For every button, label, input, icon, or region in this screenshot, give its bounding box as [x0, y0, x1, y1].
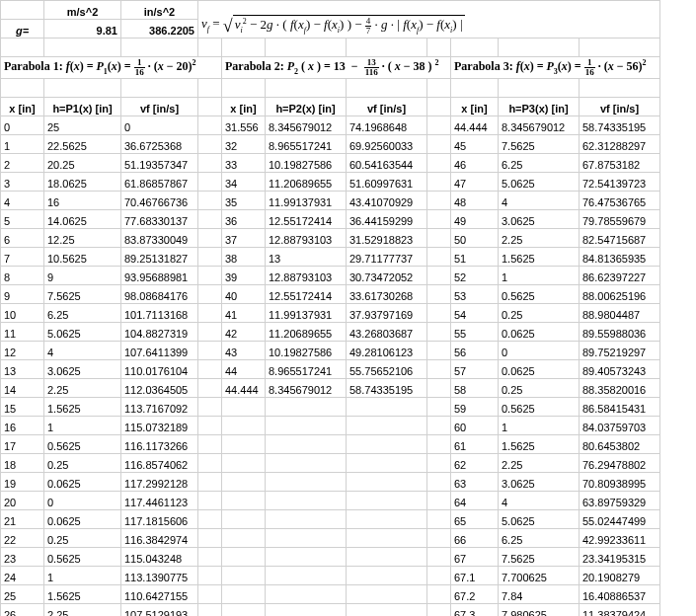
t1-h: 1 — [44, 417, 121, 435]
t2-x: 34 — [222, 173, 266, 192]
t1-h: 6.25 — [44, 304, 121, 323]
t1-vf: 36.6725368 — [121, 135, 198, 154]
t1-h: 22.5625 — [44, 135, 121, 154]
t3-x: 67.1 — [451, 567, 499, 585]
t2-h — [266, 454, 347, 473]
t3-x: 63 — [451, 473, 499, 492]
t2-x — [222, 473, 266, 492]
t3-vf: 80.6453802 — [580, 435, 660, 454]
t3-x: 67.2 — [451, 585, 499, 604]
t2-h — [266, 604, 347, 617]
t3-h: 8.345679012 — [499, 116, 580, 135]
t2-h: 8.345679012 — [266, 379, 347, 398]
t2-vf — [347, 492, 427, 510]
t1-h: 1 — [44, 567, 121, 585]
t3-vf: 84.81365935 — [580, 248, 660, 267]
t3-vf: 89.75219297 — [580, 342, 660, 360]
t3-vf: 70.80938995 — [580, 473, 660, 492]
t3-x: 45 — [451, 135, 499, 154]
t3-vf: 84.03759703 — [580, 417, 660, 435]
t2-h: 10.19827586 — [266, 342, 347, 360]
t1-h: 1.5625 — [44, 585, 121, 604]
col-h3: h=P3(x) [in] — [499, 98, 580, 116]
t1-h: 25 — [44, 116, 121, 135]
t3-x: 62 — [451, 454, 499, 473]
t2-vf — [347, 548, 427, 567]
t3-x: 67.3 — [451, 604, 499, 617]
t2-h — [266, 548, 347, 567]
t2-x: 41 — [222, 304, 266, 323]
t2-x — [222, 510, 266, 529]
t3-x: 52 — [451, 267, 499, 285]
t1-vf: 107.5129193 — [121, 604, 198, 617]
t3-x: 44.444 — [451, 116, 499, 135]
t3-h: 0.0625 — [499, 323, 580, 342]
t2-vf — [347, 585, 427, 604]
t3-x: 64 — [451, 492, 499, 510]
t3-vf: 42.99233611 — [580, 529, 660, 548]
t3-vf: 55.02447499 — [580, 510, 660, 529]
t2-vf: 33.61730268 — [347, 285, 427, 304]
t2-x — [222, 417, 266, 435]
t3-h: 7.700625 — [499, 567, 580, 585]
t2-h — [266, 529, 347, 548]
t2-x: 38 — [222, 248, 266, 267]
t2-h: 10.19827586 — [266, 154, 347, 173]
t2-vf — [347, 604, 427, 617]
t3-x: 46 — [451, 154, 499, 173]
t3-vf: 89.40573243 — [580, 360, 660, 379]
t1-vf: 115.043248 — [121, 548, 198, 567]
t1-h: 2.25 — [44, 604, 121, 617]
t3-h: 6.25 — [499, 154, 580, 173]
t3-h: 5.0625 — [499, 510, 580, 529]
t1-vf: 93.95688981 — [121, 267, 198, 285]
t3-h: 3.0625 — [499, 210, 580, 229]
t1-vf: 83.87330049 — [121, 229, 198, 248]
t1-vf: 61.86857867 — [121, 173, 198, 192]
t2-vf — [347, 567, 427, 585]
col-x3: x [in] — [451, 98, 499, 116]
t2-vf: 43.41070929 — [347, 192, 427, 210]
t3-h: 0.5625 — [499, 398, 580, 417]
t2-h: 13 — [266, 248, 347, 267]
t1-x: 5 — [1, 210, 44, 229]
t2-h: 8.965517241 — [266, 135, 347, 154]
t1-vf: 101.7113168 — [121, 304, 198, 323]
col-vf1: vf [in/s] — [121, 98, 198, 116]
t1-vf: 104.8827319 — [121, 323, 198, 342]
t1-vf: 51.19357347 — [121, 154, 198, 173]
t2-h — [266, 473, 347, 492]
t3-h: 1 — [499, 267, 580, 285]
t1-h: 0.25 — [44, 529, 121, 548]
t1-vf: 98.08684176 — [121, 285, 198, 304]
t1-vf: 117.1815606 — [121, 510, 198, 529]
t2-h: 8.965517241 — [266, 360, 347, 379]
t2-x — [222, 492, 266, 510]
t2-h: 8.345679012 — [266, 116, 347, 135]
t1-vf: 77.68330137 — [121, 210, 198, 229]
t1-h: 0.5625 — [44, 548, 121, 567]
units-ins2: in/s^2 — [121, 1, 198, 20]
t2-x: 31.556 — [222, 116, 266, 135]
t2-x — [222, 567, 266, 585]
col-x2: x [in] — [222, 98, 266, 116]
t2-vf: 30.73472052 — [347, 267, 427, 285]
t2-h: 12.88793103 — [266, 229, 347, 248]
t3-x: 65 — [451, 510, 499, 529]
t3-x: 54 — [451, 304, 499, 323]
t3-x: 55 — [451, 323, 499, 342]
t1-x: 24 — [1, 567, 44, 585]
spreadsheet-table: m/s^2in/s^2vf = √vi2 − 2g · ( f(xf) − f(… — [0, 0, 660, 616]
t1-h: 10.5625 — [44, 248, 121, 267]
t1-h: 12.25 — [44, 229, 121, 248]
t3-vf: 86.58415431 — [580, 398, 660, 417]
t2-vf: 69.92560033 — [347, 135, 427, 154]
t2-h: 12.55172414 — [266, 285, 347, 304]
t2-h: 12.55172414 — [266, 210, 347, 229]
t1-vf: 107.6411399 — [121, 342, 198, 360]
t2-h — [266, 492, 347, 510]
t2-x: 39 — [222, 267, 266, 285]
t2-h: 11.20689655 — [266, 173, 347, 192]
t2-vf — [347, 510, 427, 529]
t3-vf: 79.78559679 — [580, 210, 660, 229]
